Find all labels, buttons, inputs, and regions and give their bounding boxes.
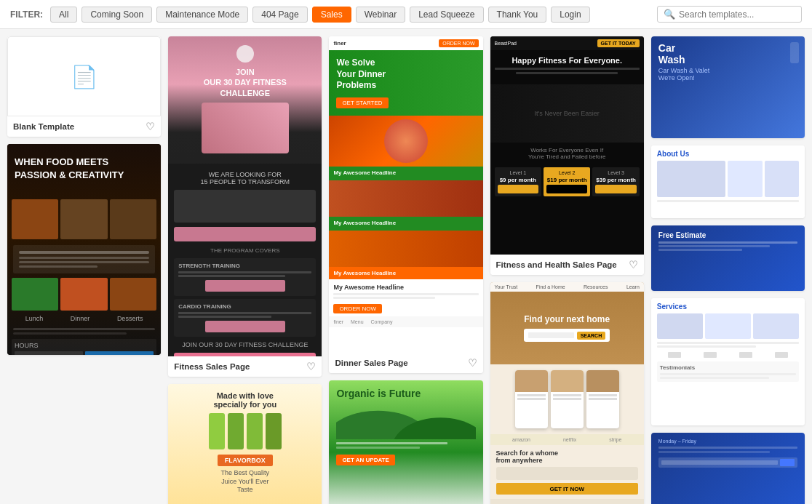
fitness-health-label: Fitness and Health Sales Page: [496, 260, 617, 269]
dinner-sales-thumb: finer ORDER NOW We SolveYour DinnerProbl…: [329, 36, 482, 353]
dinner-sales-heart[interactable]: ♡: [468, 357, 477, 369]
food-passion-card[interactable]: WHEN FOOD MEETSPASSION & CREATIVITY: [7, 144, 161, 355]
filter-btn-lead-squeeze[interactable]: Lead Squeeze: [410, 7, 483, 23]
fitness-health-footer: Fitness and Health Sales Page ♡: [490, 255, 644, 275]
filter-btn-coming-soon[interactable]: Coming Soon: [81, 7, 152, 23]
fitness-sales-heart[interactable]: ♡: [306, 361, 316, 372]
dinner-sales-label: Dinner Sales Page: [335, 359, 407, 367]
fitness-sales-label: Fitness Sales Page: [174, 362, 250, 371]
services-card[interactable]: Services Testimonials: [651, 298, 805, 425]
dinner-sales-footer: Dinner Sales Page ♡: [329, 353, 482, 373]
filter-label: FILTER:: [10, 9, 43, 20]
blank-doc-icon: 📄: [71, 64, 97, 89]
filter-btn-all[interactable]: All: [50, 7, 77, 23]
filter-btn-404[interactable]: 404 Page: [252, 7, 307, 23]
fitness-health-card[interactable]: BeastPad GET IT TODAY Happy Fitness For …: [490, 36, 644, 275]
filter-btn-thank-you[interactable]: Thank You: [488, 7, 547, 23]
services-thumb: Services Testimonials: [651, 298, 805, 425]
fitness-health-heart[interactable]: ♡: [629, 259, 638, 271]
real-estate-card[interactable]: Your Trust Find a Home Resources Learn F…: [490, 282, 644, 504]
valet-sales-thumb: Monday – Friday: [651, 433, 805, 504]
fitness-sales-footer: Fitness Sales Page ♡: [168, 356, 322, 377]
fitness-sales-card[interactable]: JOINOUR 30 DAY FITNESSCHALLENGE WE ARE L…: [168, 36, 322, 377]
column-2: JOINOUR 30 DAY FITNESSCHALLENGE WE ARE L…: [168, 36, 322, 504]
food-passion-thumb: WHEN FOOD MEETSPASSION & CREATIVITY: [7, 144, 161, 355]
flavorbox-thumb: Made with lovespecially for you FLAVORBO…: [168, 384, 322, 504]
food-passion-headline: WHEN FOOD MEETSPASSION & CREATIVITY: [7, 144, 161, 193]
filter-btn-webinar[interactable]: Webinar: [356, 7, 405, 23]
filter-btn-login[interactable]: Login: [551, 7, 589, 23]
column-5: CarWash Car Wash & ValetWe're Open! Abou…: [651, 36, 805, 504]
fitness-sales-thumb: JOINOUR 30 DAY FITNESSCHALLENGE WE ARE L…: [168, 36, 322, 356]
dinner-sales-card[interactable]: finer ORDER NOW We SolveYour DinnerProbl…: [329, 36, 482, 373]
blank-template-label: Blank Template: [13, 122, 74, 131]
aboutus-card[interactable]: About Us: [651, 145, 805, 218]
organic-future-thumb: Organic is Future GET AN UPDATE: [329, 380, 482, 504]
real-estate-thumb: Your Trust Find a Home Resources Learn F…: [490, 282, 644, 504]
blank-template-card[interactable]: 📄 Blank Template ♡: [7, 36, 161, 137]
templates-grid: 📄 Blank Template ♡ WHEN FOOD MEETSPASSIO…: [0, 29, 812, 504]
free-estimate-thumb: Free Estimate: [651, 225, 805, 291]
blank-template-footer: Blank Template ♡: [7, 116, 161, 137]
blank-template-heart[interactable]: ♡: [146, 121, 155, 132]
free-estimate-card[interactable]: Free Estimate: [651, 225, 805, 291]
filter-btn-maintenance[interactable]: Maintenance Mode: [156, 7, 248, 23]
filter-bar: FILTER: All Coming Soon Maintenance Mode…: [0, 0, 812, 29]
search-input[interactable]: [679, 9, 795, 20]
carwash-card[interactable]: CarWash Car Wash & ValetWe're Open!: [651, 36, 805, 138]
column-4: BeastPad GET IT TODAY Happy Fitness For …: [490, 36, 644, 504]
organic-future-card[interactable]: Organic is Future GET AN UPDATE: [329, 380, 482, 504]
column-1: 📄 Blank Template ♡ WHEN FOOD MEETSPASSIO…: [7, 36, 161, 504]
valet-sales-card[interactable]: Monday – Friday Valet Sales Page ♡: [651, 433, 805, 504]
fitness-health-thumb: BeastPad GET IT TODAY Happy Fitness For …: [490, 36, 644, 255]
flavorbox-card[interactable]: Made with lovespecially for you FLAVORBO…: [168, 384, 322, 504]
search-icon: 🔍: [664, 9, 675, 20]
aboutus-thumb: About Us: [651, 145, 805, 218]
carwash-thumb: CarWash Car Wash & ValetWe're Open!: [651, 36, 805, 138]
column-3: finer ORDER NOW We SolveYour DinnerProbl…: [329, 36, 482, 504]
filter-btn-sales[interactable]: Sales: [312, 7, 351, 23]
search-wrap: 🔍: [657, 6, 802, 23]
